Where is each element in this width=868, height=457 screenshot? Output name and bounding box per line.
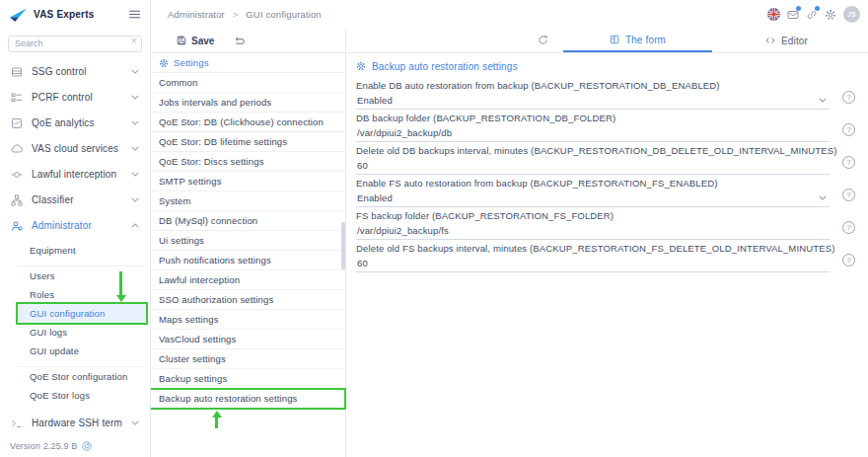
links-button[interactable] bbox=[806, 9, 818, 21]
field-label: Delete old DB backups interval, minutes … bbox=[356, 145, 868, 156]
sidebar-item[interactable]: SSG control bbox=[0, 59, 150, 85]
form-field: Enable DB auto restoration from backup (… bbox=[356, 77, 868, 110]
language-flag-icon[interactable] bbox=[767, 8, 780, 21]
scrollbar-thumb[interactable] bbox=[341, 222, 345, 269]
sidebar-item-icon bbox=[11, 169, 23, 181]
brand-name: VAS Experts bbox=[34, 9, 94, 20]
sidebar-subitem[interactable]: QoE Stor logs bbox=[18, 386, 146, 405]
field-value: 60 bbox=[357, 258, 368, 268]
notifications-button[interactable] bbox=[787, 9, 799, 21]
field-input[interactable]: Enabled bbox=[356, 91, 830, 110]
check-updates-icon[interactable] bbox=[82, 441, 92, 451]
chevron-down-icon bbox=[131, 223, 139, 228]
tab[interactable]: Editor bbox=[712, 29, 861, 52]
settings-list-item[interactable]: QoE Stor: DB lifetime settings bbox=[150, 132, 345, 152]
field-input[interactable]: /var/dpiui2_backup/db bbox=[356, 123, 830, 142]
settings-list-item[interactable]: SSO authorization settings bbox=[150, 290, 345, 310]
help-icon[interactable]: ? bbox=[842, 156, 855, 169]
search-input[interactable] bbox=[8, 36, 142, 52]
help-icon[interactable]: ? bbox=[842, 221, 855, 234]
tab[interactable]: The form bbox=[563, 29, 712, 52]
settings-list-item[interactable]: QoE Stor: DB (Clickhouse) connection bbox=[150, 113, 345, 132]
sidebar-nav-bottom: Hardware SSH terminal bbox=[0, 411, 150, 436]
settings-list-item[interactable]: QoE Stor: Discs settings bbox=[150, 152, 345, 172]
sidebar-subitem-label: GUI logs bbox=[30, 327, 67, 338]
save-icon bbox=[177, 36, 186, 45]
sidebar-subitem-label: QoE Stor logs bbox=[30, 390, 90, 401]
sidebar-item-label: SSG control bbox=[32, 66, 87, 77]
form-field: Enable FS auto restoration from backup (… bbox=[356, 175, 868, 207]
settings-item-label: SMTP settings bbox=[159, 176, 222, 187]
field-value: /var/dpiui2_backup/db bbox=[357, 127, 452, 138]
settings-list-item[interactable]: System bbox=[150, 191, 345, 211]
help-icon[interactable]: ? bbox=[842, 91, 855, 104]
field-value: Enabled bbox=[357, 192, 393, 203]
sidebar-item[interactable]: Administrator bbox=[0, 213, 150, 239]
field-input[interactable]: /var/dpiui2_backup/fs bbox=[356, 221, 830, 240]
settings-list-item[interactable]: Push notifications settings bbox=[150, 251, 345, 270]
sidebar-item-icon bbox=[11, 418, 23, 429]
sidebar-header: VAS Experts bbox=[0, 0, 150, 29]
sidebar-subitem[interactable]: Roles bbox=[18, 285, 146, 304]
sidebar-subitem[interactable]: Equipment bbox=[18, 241, 146, 260]
tabs: The form Editor bbox=[563, 29, 861, 52]
settings-list-item[interactable]: Ui settings bbox=[150, 231, 345, 251]
settings-list-item[interactable]: Common bbox=[150, 73, 345, 93]
sidebar-item[interactable]: QoE analytics bbox=[0, 111, 150, 136]
clear-search-icon[interactable]: × bbox=[130, 34, 137, 48]
help-icon[interactable]: ? bbox=[842, 123, 855, 136]
settings-item-label: DB (MySql) connection bbox=[159, 215, 257, 226]
settings-item-label: Jobs intervals and periods bbox=[159, 97, 271, 108]
sidebar-subitem[interactable]: GUI logs bbox=[18, 323, 146, 342]
tab-icon bbox=[765, 36, 775, 45]
reset-icon[interactable] bbox=[234, 36, 245, 46]
form-field: FS backup folder (BACKUP_RESTORATION_FS_… bbox=[356, 207, 868, 240]
sidebar-item[interactable]: Lawful interception bbox=[0, 162, 150, 188]
sidebar-item-label: VAS cloud services bbox=[32, 143, 118, 154]
settings-list-item[interactable]: Jobs intervals and periods bbox=[150, 93, 345, 113]
sidebar-subitem[interactable]: GUI update bbox=[18, 342, 146, 360]
settings-list-item[interactable]: Backup auto restoration settings bbox=[150, 389, 345, 409]
form-field: Delete old DB backups interval, minutes … bbox=[356, 142, 868, 175]
sidebar-subitem[interactable]: QoE Stor configuration bbox=[18, 366, 146, 386]
field-input[interactable]: 60 bbox=[356, 156, 830, 175]
app-root: VAS Experts × SSG control PCRF control Q… bbox=[0, 0, 868, 457]
annotation-arrow-up bbox=[215, 418, 218, 428]
menu-icon[interactable] bbox=[128, 8, 141, 21]
sidebar-item[interactable]: PCRF control bbox=[0, 85, 150, 111]
settings-list: Settings Common Jobs intervals and perio… bbox=[150, 53, 345, 409]
save-button[interactable]: Save bbox=[177, 36, 214, 46]
sidebar-subitem-label: GUI configuration bbox=[30, 308, 105, 319]
field-value: 60 bbox=[357, 160, 368, 171]
chevron-down-icon bbox=[819, 98, 827, 103]
chevron-down-icon bbox=[131, 197, 139, 202]
settings-list-item[interactable]: Cluster settings bbox=[150, 349, 345, 369]
settings-list-item[interactable]: VasCloud settings bbox=[150, 330, 345, 349]
sidebar-subitem-label: QoE Stor configuration bbox=[30, 371, 127, 382]
settings-list-item[interactable]: Backup settings bbox=[150, 369, 345, 389]
sidebar-item-label: Administrator bbox=[32, 220, 92, 231]
notification-badge bbox=[796, 6, 801, 11]
avatar[interactable]: JS bbox=[843, 6, 860, 23]
settings-list-header: Settings bbox=[150, 53, 345, 73]
help-icon[interactable]: ? bbox=[842, 189, 855, 201]
settings-panel: Save Settings Common Jobs intervals and … bbox=[150, 29, 346, 457]
sidebar-nav: SSG control PCRF control QoE analytics V… bbox=[0, 59, 150, 239]
settings-list-item[interactable]: Lawful interception bbox=[150, 270, 345, 290]
help-icon[interactable]: ? bbox=[842, 254, 855, 267]
refresh-icon[interactable] bbox=[538, 35, 548, 45]
settings-list-item[interactable]: DB (MySql) connection bbox=[150, 211, 345, 231]
settings-list-item[interactable]: Maps settings bbox=[150, 310, 345, 330]
field-input[interactable]: Enabled bbox=[356, 189, 830, 207]
sidebar-subitem[interactable]: Users bbox=[18, 266, 146, 285]
settings-list-item[interactable]: SMTP settings bbox=[150, 172, 345, 191]
sidebar-admin-children: Equipment Users Roles GUI configuration … bbox=[0, 241, 150, 405]
sidebar-item[interactable]: Hardware SSH terminal bbox=[0, 411, 150, 436]
field-input[interactable]: 60 bbox=[356, 254, 830, 272]
sidebar-subitem[interactable]: GUI configuration bbox=[18, 304, 146, 323]
sidebar-item[interactable]: VAS cloud services bbox=[0, 136, 150, 162]
breadcrumb-item[interactable]: Administrator bbox=[168, 9, 225, 20]
settings-gear-icon[interactable] bbox=[825, 9, 836, 21]
form-title-label: Backup auto restoration settings bbox=[372, 61, 518, 72]
sidebar-item[interactable]: Classifier bbox=[0, 188, 150, 213]
